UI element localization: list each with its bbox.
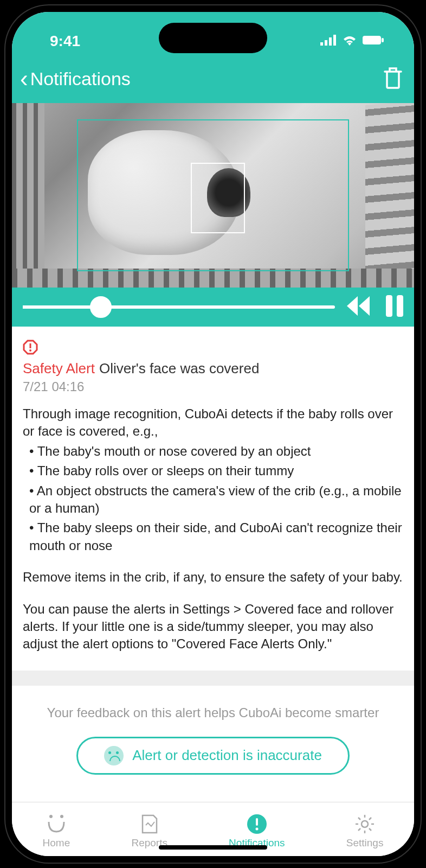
reports-icon [140,813,159,835]
home-icon [46,813,67,835]
alert-octagon-icon [23,340,38,355]
rewind-icon [346,296,370,316]
alert-bullet: • The baby rolls over or sleeps on their… [23,462,403,480]
svg-rect-1 [325,40,327,46]
tab-label: Home [43,837,70,849]
crib-decoration [12,103,44,288]
svg-rect-4 [363,36,381,44]
status-icons [320,35,384,48]
back-button[interactable]: ‹ Notifications [20,65,131,92]
alert-bullet: • The baby sleeps on their side, and Cub… [23,519,403,554]
svg-rect-8 [30,343,31,348]
alert-settings-hint: You can pause the alerts in Settings > C… [23,601,403,653]
video-preview[interactable] [12,103,414,288]
alert-intro: Through image recognition, CuboAi detect… [23,405,403,441]
alert-message: Oliver's face was covered [99,360,259,377]
settings-icon [354,813,376,835]
svg-rect-2 [329,37,332,46]
alert-bullet: • An object obstructs the camera's view … [23,482,403,518]
svg-rect-6 [386,295,392,317]
feedback-button-label: Alert or detection is inaccurate [132,747,322,764]
header-bar: ‹ Notifications [12,60,414,103]
detection-zone-inner [191,163,245,233]
sad-face-icon [104,746,124,765]
progress-slider[interactable] [23,305,335,309]
section-divider [12,671,414,686]
progress-thumb[interactable] [90,296,112,318]
alert-label: Safety Alert [23,360,95,377]
status-time: 9:41 [50,33,80,50]
rewind-button[interactable] [346,296,370,318]
tab-label: Settings [346,837,384,849]
svg-rect-3 [333,35,336,46]
svg-rect-0 [320,42,323,46]
crib-decoration [12,269,414,288]
svg-point-11 [60,815,63,818]
tab-reports[interactable]: Reports [131,813,167,849]
crib-decoration [365,103,414,288]
phone-frame: 9:41 ‹ Notifications [5,5,421,863]
alert-advice: Remove items in the crib, if any, to ens… [23,569,403,586]
svg-point-15 [362,821,368,827]
battery-icon [363,35,384,48]
alert-title: Safety Alert Oliver's face was covered [23,360,403,377]
feedback-section: Your feedback on this alert helps CuboAi… [12,686,414,796]
svg-rect-7 [397,295,403,317]
progress-fill [23,305,101,309]
tab-notifications[interactable]: Notifications [229,813,285,849]
trash-icon [383,66,403,89]
svg-rect-13 [256,818,258,826]
wifi-icon [342,35,357,48]
pause-icon [386,295,403,317]
back-label: Notifications [30,68,131,90]
feedback-prompt: Your feedback on this alert helps CuboAi… [23,705,403,720]
player-bar [12,288,414,327]
phone-screen: 9:41 ‹ Notifications [12,12,414,856]
cellular-signal-icon [320,35,337,48]
svg-point-9 [29,349,31,352]
svg-point-14 [255,827,258,830]
feedback-inaccurate-button[interactable]: Alert or detection is inaccurate [76,737,350,775]
home-indicator[interactable] [159,845,267,850]
player-controls [346,295,403,319]
alert-timestamp: 7/21 04:16 [23,379,403,394]
delete-button[interactable] [383,66,403,91]
alert-icon-row [23,340,403,357]
svg-point-10 [49,815,53,818]
chevron-left-icon: ‹ [20,65,28,92]
alert-body: Through image recognition, CuboAi detect… [23,405,403,653]
tab-home[interactable]: Home [43,813,70,849]
notifications-icon [246,813,268,835]
dynamic-island [159,23,267,53]
alert-section: Safety Alert Oliver's face was covered 7… [12,327,414,671]
pause-button[interactable] [386,295,403,319]
svg-rect-5 [382,38,384,42]
alert-bullet: • The baby's mouth or nose covered by an… [23,443,403,460]
content-area: Safety Alert Oliver's face was covered 7… [12,327,414,802]
tab-settings[interactable]: Settings [346,813,384,849]
